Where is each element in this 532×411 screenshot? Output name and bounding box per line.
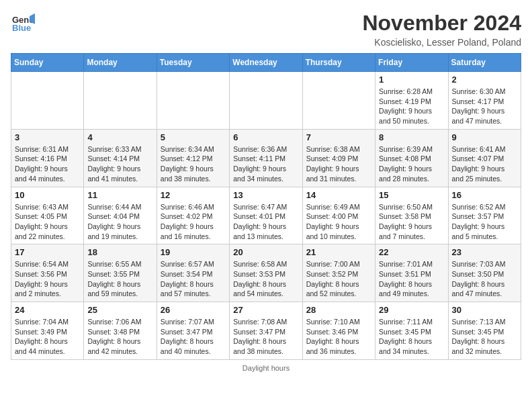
table-row: 4Sunrise: 6:33 AMSunset: 4:14 PMDaylight… <box>84 129 157 187</box>
table-row <box>302 72 375 130</box>
day-number: 16 <box>452 190 517 200</box>
day-info: Sunrise: 7:01 AMSunset: 3:51 PMDaylight:… <box>379 259 444 299</box>
table-row: 12Sunrise: 6:46 AMSunset: 4:02 PMDayligh… <box>157 187 229 244</box>
table-row: 1Sunrise: 6:28 AMSunset: 4:19 PMDaylight… <box>375 72 448 130</box>
day-info: Sunrise: 6:46 AMSunset: 4:02 PMDaylight:… <box>161 202 226 242</box>
table-row: 8Sunrise: 6:39 AMSunset: 4:08 PMDaylight… <box>375 129 448 187</box>
day-info: Sunrise: 6:52 AMSunset: 3:57 PMDaylight:… <box>452 202 517 242</box>
table-row: 27Sunrise: 7:08 AMSunset: 3:47 PMDayligh… <box>230 302 302 360</box>
day-number: 10 <box>15 190 80 200</box>
day-number: 22 <box>379 247 444 257</box>
day-info: Sunrise: 7:08 AMSunset: 3:47 PMDaylight:… <box>233 317 298 357</box>
col-saturday: Saturday <box>448 54 521 72</box>
location-subtitle: Koscielisko, Lesser Poland, Poland <box>362 37 521 48</box>
col-friday: Friday <box>375 54 448 72</box>
day-info: Sunrise: 6:50 AMSunset: 3:58 PMDaylight:… <box>379 202 444 242</box>
day-info: Sunrise: 6:31 AMSunset: 4:16 PMDaylight:… <box>15 144 80 184</box>
table-row: 22Sunrise: 7:01 AMSunset: 3:51 PMDayligh… <box>375 244 448 302</box>
day-info: Sunrise: 7:10 AMSunset: 3:46 PMDaylight:… <box>306 317 371 357</box>
table-row: 30Sunrise: 7:13 AMSunset: 3:45 PMDayligh… <box>448 302 521 360</box>
table-row: 14Sunrise: 6:49 AMSunset: 4:00 PMDayligh… <box>302 187 375 244</box>
table-row: 9Sunrise: 6:41 AMSunset: 4:07 PMDaylight… <box>448 129 521 187</box>
day-info: Sunrise: 7:11 AMSunset: 3:45 PMDaylight:… <box>379 317 444 357</box>
table-row: 29Sunrise: 7:11 AMSunset: 3:45 PMDayligh… <box>375 302 448 360</box>
day-info: Sunrise: 6:33 AMSunset: 4:14 PMDaylight:… <box>87 144 152 184</box>
day-info: Sunrise: 6:38 AMSunset: 4:09 PMDaylight:… <box>306 144 371 184</box>
day-number: 2 <box>452 75 517 85</box>
day-number: 29 <box>379 305 444 315</box>
table-row: 18Sunrise: 6:55 AMSunset: 3:55 PMDayligh… <box>84 244 157 302</box>
day-number: 28 <box>306 305 371 315</box>
table-row: 11Sunrise: 6:44 AMSunset: 4:04 PMDayligh… <box>84 187 157 244</box>
day-info: Sunrise: 6:55 AMSunset: 3:55 PMDaylight:… <box>87 259 152 299</box>
day-number: 13 <box>233 190 298 200</box>
day-info: Sunrise: 7:03 AMSunset: 3:50 PMDaylight:… <box>452 259 517 299</box>
day-info: Sunrise: 6:39 AMSunset: 4:08 PMDaylight:… <box>379 144 444 184</box>
page-header: General Blue November 2024 Koscielisko, … <box>11 11 521 48</box>
table-row: 23Sunrise: 7:03 AMSunset: 3:50 PMDayligh… <box>448 244 521 302</box>
day-info: Sunrise: 7:06 AMSunset: 3:48 PMDaylight:… <box>87 317 152 357</box>
day-info: Sunrise: 6:49 AMSunset: 4:00 PMDaylight:… <box>306 202 371 242</box>
day-info: Sunrise: 6:57 AMSunset: 3:54 PMDaylight:… <box>161 259 226 299</box>
table-row: 21Sunrise: 7:00 AMSunset: 3:52 PMDayligh… <box>302 244 375 302</box>
col-thursday: Thursday <box>302 54 375 72</box>
day-info: Sunrise: 7:00 AMSunset: 3:52 PMDaylight:… <box>306 259 371 299</box>
day-number: 8 <box>379 132 444 142</box>
day-info: Sunrise: 6:44 AMSunset: 4:04 PMDaylight:… <box>87 202 152 242</box>
day-info: Sunrise: 6:43 AMSunset: 4:05 PMDaylight:… <box>15 202 80 242</box>
table-row: 15Sunrise: 6:50 AMSunset: 3:58 PMDayligh… <box>375 187 448 244</box>
day-number: 18 <box>87 247 152 257</box>
day-number: 9 <box>452 132 517 142</box>
day-number: 5 <box>161 132 226 142</box>
table-row: 24Sunrise: 7:04 AMSunset: 3:49 PMDayligh… <box>11 302 84 360</box>
day-number: 6 <box>233 132 298 142</box>
day-info: Sunrise: 7:04 AMSunset: 3:49 PMDaylight:… <box>15 317 80 357</box>
table-row: 20Sunrise: 6:58 AMSunset: 3:53 PMDayligh… <box>230 244 302 302</box>
day-number: 11 <box>87 190 152 200</box>
table-row: 17Sunrise: 6:54 AMSunset: 3:56 PMDayligh… <box>11 244 84 302</box>
day-info: Sunrise: 6:36 AMSunset: 4:11 PMDaylight:… <box>233 144 298 184</box>
day-number: 3 <box>15 132 80 142</box>
day-number: 7 <box>306 132 371 142</box>
col-sunday: Sunday <box>11 54 84 72</box>
day-number: 27 <box>233 305 298 315</box>
day-number: 17 <box>15 247 80 257</box>
table-row: 3Sunrise: 6:31 AMSunset: 4:16 PMDaylight… <box>11 129 84 187</box>
day-number: 12 <box>161 190 226 200</box>
svg-text:Blue: Blue <box>12 23 31 33</box>
day-number: 4 <box>87 132 152 142</box>
day-info: Sunrise: 6:34 AMSunset: 4:12 PMDaylight:… <box>161 144 226 184</box>
title-block: November 2024 Koscielisko, Lesser Poland… <box>362 11 521 48</box>
day-info: Sunrise: 6:41 AMSunset: 4:07 PMDaylight:… <box>452 144 517 184</box>
calendar-week-row: 3Sunrise: 6:31 AMSunset: 4:16 PMDaylight… <box>11 129 521 187</box>
day-number: 19 <box>161 247 226 257</box>
table-row: 26Sunrise: 7:07 AMSunset: 3:47 PMDayligh… <box>157 302 229 360</box>
table-row: 6Sunrise: 6:36 AMSunset: 4:11 PMDaylight… <box>230 129 302 187</box>
calendar-week-row: 10Sunrise: 6:43 AMSunset: 4:05 PMDayligh… <box>11 187 521 244</box>
calendar-table: Sunday Monday Tuesday Wednesday Thursday… <box>11 53 521 360</box>
footer: Daylight hours <box>11 364 521 372</box>
day-number: 23 <box>452 247 517 257</box>
day-number: 21 <box>306 247 371 257</box>
day-info: Sunrise: 6:54 AMSunset: 3:56 PMDaylight:… <box>15 259 80 299</box>
table-row: 5Sunrise: 6:34 AMSunset: 4:12 PMDaylight… <box>157 129 229 187</box>
logo: General Blue <box>11 11 35 35</box>
day-info: Sunrise: 6:28 AMSunset: 4:19 PMDaylight:… <box>379 87 444 126</box>
day-number: 26 <box>161 305 226 315</box>
table-row: 19Sunrise: 6:57 AMSunset: 3:54 PMDayligh… <box>157 244 229 302</box>
table-row: 7Sunrise: 6:38 AMSunset: 4:09 PMDaylight… <box>302 129 375 187</box>
table-row <box>230 72 302 130</box>
day-number: 24 <box>15 305 80 315</box>
calendar-header-row: Sunday Monday Tuesday Wednesday Thursday… <box>11 54 521 72</box>
table-row: 10Sunrise: 6:43 AMSunset: 4:05 PMDayligh… <box>11 187 84 244</box>
day-info: Sunrise: 6:30 AMSunset: 4:17 PMDaylight:… <box>452 87 517 126</box>
day-number: 14 <box>306 190 371 200</box>
day-number: 30 <box>452 305 517 315</box>
table-row: 13Sunrise: 6:47 AMSunset: 4:01 PMDayligh… <box>230 187 302 244</box>
month-title: November 2024 <box>362 11 521 36</box>
day-number: 25 <box>87 305 152 315</box>
col-monday: Monday <box>84 54 157 72</box>
col-tuesday: Tuesday <box>157 54 229 72</box>
table-row: 28Sunrise: 7:10 AMSunset: 3:46 PMDayligh… <box>302 302 375 360</box>
day-info: Sunrise: 7:13 AMSunset: 3:45 PMDaylight:… <box>452 317 517 357</box>
